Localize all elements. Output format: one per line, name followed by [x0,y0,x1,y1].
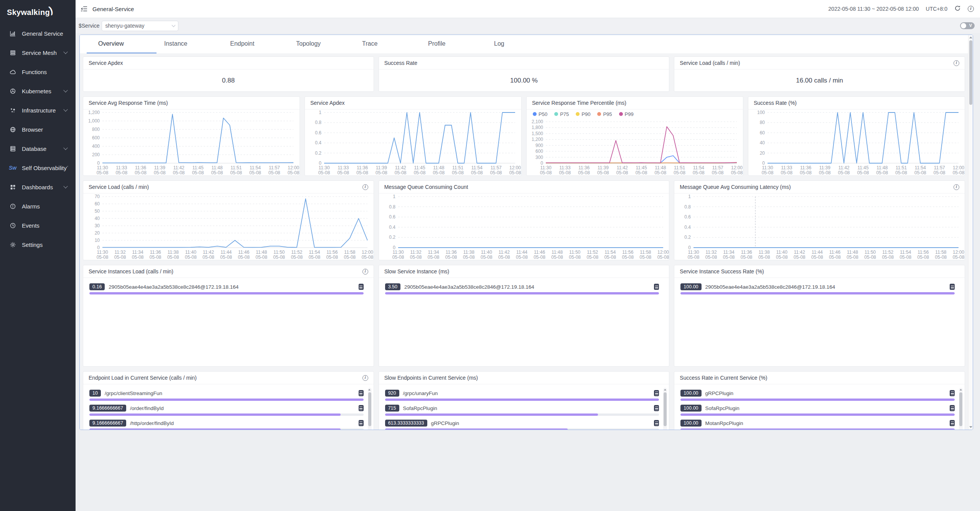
sidebar-item-functions[interactable]: Functions [0,62,76,81]
svg-text:05-08: 05-08 [268,170,280,175]
info-icon[interactable]: i [968,6,974,12]
view-toggle[interactable]: V [960,22,975,29]
svg-text:05-08: 05-08 [362,255,374,260]
svg-text:11:46: 11:46 [534,250,545,255]
sidebar-item-label: Events [22,222,76,229]
svg-text:05-08: 05-08 [857,170,869,175]
legend-item-p90[interactable]: P90 [576,111,590,117]
tab-trace[interactable]: Trace [351,35,417,53]
tab-overview[interactable]: Overview [87,35,153,53]
service-select[interactable]: shenyu-gateway [102,21,178,31]
tab-profile[interactable]: Profile [417,35,483,53]
svg-text:05-08: 05-08 [741,255,753,260]
inspect-icon[interactable] [654,390,659,396]
svg-text:05-08: 05-08 [934,170,945,175]
svg-text:11:30: 11:30 [688,250,699,255]
inspect-icon[interactable] [359,284,364,290]
sidebar-item-service-mesh[interactable]: Service Mesh [0,43,76,62]
sidebar-item-label: Service Mesh [22,50,64,56]
list-scrollbar[interactable] [959,388,963,430]
svg-text:11:58: 11:58 [936,250,947,255]
sidebar-item-events[interactable]: Events [0,216,76,235]
inspect-icon[interactable] [359,420,364,426]
sidebar-item-label: Kubernetes [22,88,64,94]
scroll-thumb[interactable] [969,40,972,105]
tab-endpoint[interactable]: Endpoint [219,35,285,53]
inspect-icon[interactable] [950,390,955,396]
refresh-icon[interactable] [954,5,961,13]
sidebar-item-infrastructure[interactable]: Infrastructure [0,101,76,120]
metric-card-success-rate: Success Rate 100.00 % [379,56,670,92]
svg-text:11:50: 11:50 [569,250,580,255]
inspect-icon[interactable] [359,405,364,411]
sidebar-item-general-service[interactable]: General Service [0,24,76,43]
item-label: 2905b05eae4e4ae3a2a5b538ce8c2846@172.19.… [109,284,354,290]
inspect-icon[interactable] [950,405,955,411]
item-label: /grpc/unaryFun [403,390,651,396]
scroll-up-arrow[interactable] [664,389,666,390]
bar-track [89,428,364,430]
legend-item-p50[interactable]: P50 [533,111,547,117]
sidebar-fold-icon[interactable] [80,5,88,12]
inspect-icon[interactable] [654,420,659,426]
list-item: 920/grpc/unaryFun [385,386,659,401]
svg-text:0.8: 0.8 [315,120,321,125]
line-chart-mq-consuming-latency: 00.20.40.60.8111:3005-0811:3205-0811:340… [674,193,965,260]
svg-text:05-08: 05-08 [150,255,161,260]
scroll-up-arrow[interactable] [368,389,371,390]
svg-text:0.4: 0.4 [389,225,395,230]
item-label: 2905b05eae4e4ae3a2a5b538ce8c2846@172.19.… [705,284,946,290]
legend-item-p95[interactable]: P95 [597,111,612,117]
legend-item-p99[interactable]: P99 [619,111,634,117]
tab-topology[interactable]: Topology [285,35,351,53]
inspect-icon[interactable] [654,405,659,411]
sidebar-item-database[interactable]: Database [0,139,76,158]
svg-text:60: 60 [760,130,765,136]
svg-text:11:34: 11:34 [723,250,735,255]
list-card-service-instances-load: Service Instances Load (calls / min)i 0.… [83,265,374,367]
panel-scrollbar[interactable] [968,35,973,430]
svg-text:12:00: 12:00 [953,250,964,255]
inspect-icon[interactable] [654,284,659,290]
legend-label: P90 [581,111,590,117]
svg-text:11:33: 11:33 [559,165,570,170]
inspect-icon[interactable] [359,390,364,396]
line-chart-mq-consuming-count: 00.20.40.60.8111:3005-0811:3205-0811:340… [379,193,669,260]
sidebar-item-self-observability[interactable]: Sw Self Observability [0,158,76,177]
sidebar-item-alarms[interactable]: Alarms [0,197,76,216]
sidebar-item-settings[interactable]: Settings [0,235,76,254]
time-range-picker[interactable]: 2022-05-08 11:30 ~ 2022-05-08 12:00 [828,6,919,12]
svg-text:11:36: 11:36 [445,250,456,255]
gear-icon [9,241,16,248]
info-icon[interactable]: i [362,269,368,275]
sidebar-item-kubernetes[interactable]: Kubernetes [0,81,76,101]
list-scrollbar[interactable] [368,388,372,430]
info-icon[interactable]: i [954,60,959,66]
inspect-icon[interactable] [950,284,955,290]
svg-text:11:57: 11:57 [491,165,502,170]
svg-text:05-08: 05-08 [688,255,700,260]
svg-text:11:39: 11:39 [154,165,165,170]
scroll-thumb[interactable] [959,392,962,426]
scroll-thumb[interactable] [664,392,667,426]
sidebar-item-browser[interactable]: Browser [0,120,76,139]
tab-instance[interactable]: Instance [153,35,219,53]
svg-text:05-08: 05-08 [249,170,261,175]
value-badge: 100.00 [680,405,701,412]
scroll-up-arrow[interactable] [969,36,972,38]
info-icon[interactable]: i [362,375,368,381]
info-icon[interactable]: i [954,184,959,190]
scroll-down-arrow[interactable] [969,426,972,428]
list-scrollbar[interactable] [663,388,667,430]
svg-text:05-08: 05-08 [723,255,735,260]
scroll-up-arrow[interactable] [960,389,962,390]
tab-log[interactable]: Log [483,35,548,53]
sidebar-item-dashboards[interactable]: Dashboards [0,177,76,197]
svg-text:0.2: 0.2 [685,235,691,240]
info-icon[interactable]: i [362,184,368,190]
slow-endpoints-list: 920/grpc/unaryFun715SofaRpcPlugin613.333… [379,384,669,430]
scroll-thumb[interactable] [368,392,371,426]
svg-text:11:38: 11:38 [168,250,179,255]
legend-item-p75[interactable]: P75 [554,111,569,117]
inspect-icon[interactable] [950,420,955,426]
